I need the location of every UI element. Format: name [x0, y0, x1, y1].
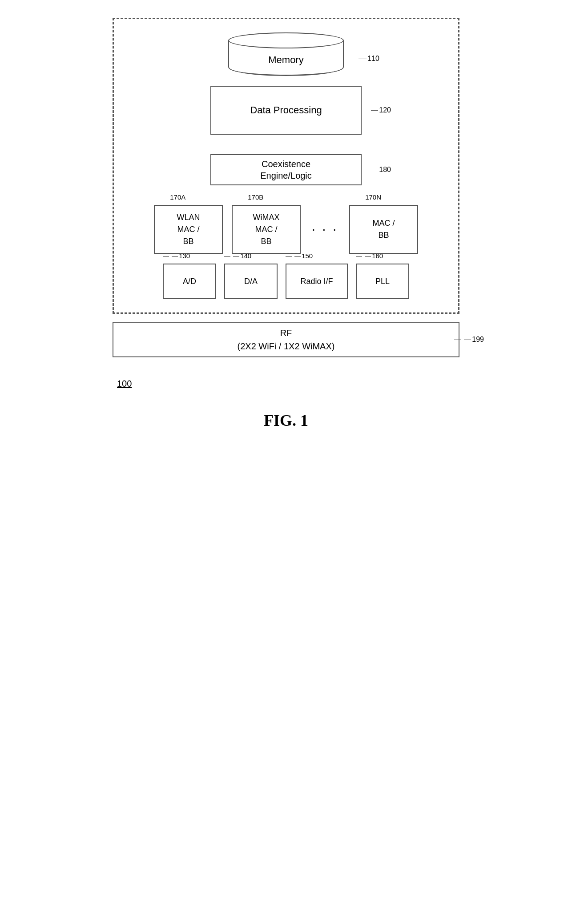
memory-label: Memory: [268, 54, 303, 66]
data-processing-ref: 120: [371, 106, 391, 114]
coexistence-ref: 180: [371, 166, 391, 174]
bottom-label-da: D/A: [244, 277, 258, 286]
mac-box-n: MAC /BB: [349, 205, 418, 254]
mac-ref-n: 170N: [349, 193, 381, 201]
mac-label-wlan: WLANMAC /BB: [177, 212, 200, 248]
bottom-label-ad: A/D: [183, 277, 196, 286]
bottom-item-radioif: 150 Radio I/F: [286, 264, 348, 299]
data-processing-wrapper: Data Processing 120: [210, 86, 362, 144]
mac-item-wlan: 170A WLANMAC /BB: [154, 205, 223, 254]
coexistence-wrapper: CoexistenceEngine/Logic 180: [210, 154, 362, 195]
memory-ref: 110: [359, 55, 379, 63]
bottom-item-pll: 160 PLL: [356, 264, 409, 299]
dots-separator: · · ·: [310, 205, 340, 254]
coexistence-label: CoexistenceEngine/Logic: [260, 158, 312, 181]
bottom-box-pll: PLL: [356, 264, 409, 299]
figure-label: FIG. 1: [264, 411, 308, 430]
diagram-container: Memory 110 Data Processing 120 Coexisten…: [104, 18, 468, 430]
bottom-ref-da: 140: [224, 252, 251, 260]
bottom-ref-ad: 130: [163, 252, 190, 260]
system-label-row: 100: [113, 365, 459, 389]
bottom-label-pll: PLL: [375, 277, 390, 286]
mac-ref-wimax: 170B: [232, 193, 263, 201]
mac-label-n: MAC /BB: [372, 217, 395, 241]
rf-label: RF (2X2 WiFi / 1X2 WiMAX): [238, 326, 335, 353]
rf-ref: 199: [454, 336, 484, 344]
data-processing-box: Data Processing 120: [210, 86, 362, 135]
memory-block: Memory 110: [127, 32, 445, 76]
bottom-box-radioif: Radio I/F: [286, 264, 348, 299]
system-ref-label: 100: [117, 379, 132, 389]
mac-item-wimax: 170B WiMAXMAC /BB: [232, 205, 301, 254]
outer-system-box: Memory 110 Data Processing 120 Coexisten…: [113, 18, 459, 314]
bottom-row: 130 A/D 140 D/A 150 Radio I/F: [127, 264, 445, 299]
bottom-label-radioif: Radio I/F: [300, 277, 333, 286]
mac-item-n: 170N MAC /BB: [349, 205, 418, 254]
rf-wrapper: RF (2X2 WiFi / 1X2 WiMAX) 199: [113, 322, 459, 357]
mac-box-wimax: WiMAXMAC /BB: [232, 205, 301, 254]
bottom-box-da: D/A: [224, 264, 278, 299]
bottom-item-da: 140 D/A: [224, 264, 278, 299]
rf-block: RF (2X2 WiFi / 1X2 WiMAX): [113, 322, 459, 357]
mac-box-wlan: WLANMAC /BB: [154, 205, 223, 254]
bottom-ref-pll: 160: [356, 252, 383, 260]
mac-row: 170A WLANMAC /BB 170B WiMAXMAC /BB · · ·: [127, 205, 445, 254]
bottom-item-ad: 130 A/D: [163, 264, 216, 299]
coexistence-box: CoexistenceEngine/Logic 180: [210, 154, 362, 185]
memory-cylinder: Memory 110: [228, 32, 344, 76]
bottom-box-ad: A/D: [163, 264, 216, 299]
bottom-ref-radioif: 150: [286, 252, 313, 260]
cylinder-top: [228, 32, 344, 48]
mac-label-wimax: WiMAXMAC /BB: [253, 212, 280, 248]
mac-ref-wlan: 170A: [154, 193, 185, 201]
data-processing-label: Data Processing: [250, 104, 322, 116]
